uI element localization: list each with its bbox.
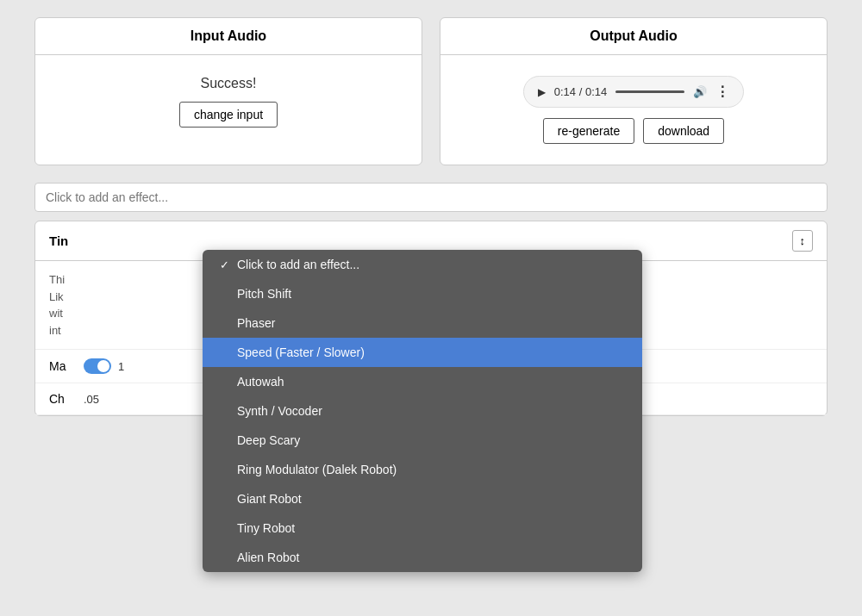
dropdown-item-label-deep-scary: Deep Scary <box>237 433 300 447</box>
dropdown-item-alien-robot[interactable]: Alien Robot <box>203 543 642 572</box>
dropdown-item-autowah[interactable]: Autowah <box>203 367 642 396</box>
tin-title: Tin <box>49 233 68 248</box>
dropdown-item-label-ring-modulator: Ring Modulator (Dalek Robot) <box>237 463 397 476</box>
regenerate-button[interactable]: re-generate <box>543 118 634 144</box>
dropdown-item-label-phaser: Phaser <box>237 316 275 330</box>
output-audio-body: ▶ 0:14 / 0:14 🔊 ⋮ re-generate download <box>440 55 827 165</box>
change-input-button[interactable]: change input <box>179 102 278 128</box>
more-options-icon[interactable]: ⋮ <box>715 84 729 100</box>
play-icon[interactable]: ▶ <box>538 86 546 98</box>
top-panels: Input Audio Success! change input Output… <box>0 0 862 183</box>
dropdown-item-label-tiny-robot: Tiny Robot <box>237 521 295 535</box>
tin-row-ch-label: Ch <box>49 392 84 406</box>
toggle-ma[interactable] <box>84 358 111 374</box>
dropdown-item-label-pitch-shift: Pitch Shift <box>237 287 291 301</box>
audio-progress-bar[interactable] <box>615 90 684 93</box>
dropdown-item-tiny-robot[interactable]: Tiny Robot <box>203 513 642 543</box>
audio-player: ▶ 0:14 / 0:14 🔊 ⋮ <box>523 76 744 108</box>
tin-row-ch-value: .05 <box>84 393 99 406</box>
effect-select-container <box>34 183 828 212</box>
dropdown-item-label-alien-robot: Alien Robot <box>237 551 299 564</box>
dropdown-item-synth-vocoder[interactable]: Synth / Vocoder <box>203 396 642 426</box>
dropdown-item-default[interactable]: ✓Click to add an effect... <box>203 250 642 279</box>
input-audio-panel: Input Audio Success! change input <box>34 17 422 165</box>
output-buttons: re-generate download <box>543 118 724 144</box>
middle-section <box>0 183 862 212</box>
output-audio-panel: Output Audio ▶ 0:14 / 0:14 🔊 ⋮ re-genera… <box>440 17 828 165</box>
tin-row-ma-value: 1 <box>118 360 124 373</box>
volume-icon[interactable]: 🔊 <box>693 85 707 98</box>
tin-row-ma-label: Ma <box>49 359 84 373</box>
dropdown-item-label-autowah: Autowah <box>237 375 284 389</box>
sort-button[interactable]: ↕ <box>792 230 814 252</box>
effect-dropdown: ✓Click to add an effect...Pitch ShiftPha… <box>203 250 642 572</box>
time-display: 0:14 / 0:14 <box>554 85 607 98</box>
dropdown-item-label-synth-vocoder: Synth / Vocoder <box>237 404 322 418</box>
input-audio-header: Input Audio <box>35 18 422 55</box>
check-mark-default: ✓ <box>220 258 232 271</box>
dropdown-item-ring-modulator[interactable]: Ring Modulator (Dalek Robot) <box>203 455 642 484</box>
success-status: Success! <box>201 76 257 91</box>
input-audio-body: Success! change input <box>35 55 422 148</box>
dropdown-item-pitch-shift[interactable]: Pitch Shift <box>203 279 642 308</box>
dropdown-item-speed[interactable]: Speed (Faster / Slower) <box>203 338 642 367</box>
dropdown-item-deep-scary[interactable]: Deep Scary <box>203 426 642 455</box>
dropdown-item-label-giant-robot: Giant Robot <box>237 492 302 506</box>
dropdown-item-label-speed: Speed (Faster / Slower) <box>237 345 365 359</box>
dropdown-item-label-default: Click to add an effect... <box>237 258 359 271</box>
download-button[interactable]: download <box>643 118 724 144</box>
dropdown-item-giant-robot[interactable]: Giant Robot <box>203 484 642 513</box>
output-audio-header: Output Audio <box>440 18 827 55</box>
effect-select-input[interactable] <box>34 183 828 212</box>
dropdown-item-phaser[interactable]: Phaser <box>203 308 642 338</box>
